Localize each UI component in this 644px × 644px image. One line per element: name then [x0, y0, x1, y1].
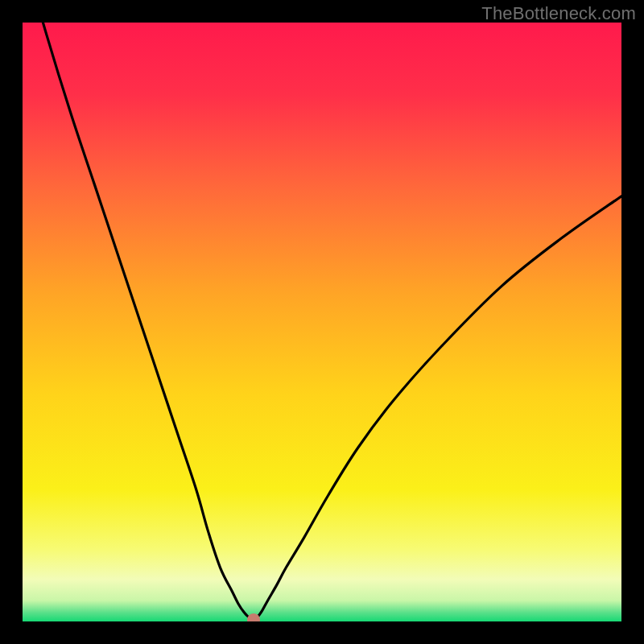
minimum-marker	[247, 613, 260, 621]
bottleneck-curve	[23, 23, 621, 621]
chart-frame: TheBottleneck.com	[0, 0, 644, 644]
plot-area	[23, 23, 621, 621]
watermark-text: TheBottleneck.com	[481, 3, 636, 24]
